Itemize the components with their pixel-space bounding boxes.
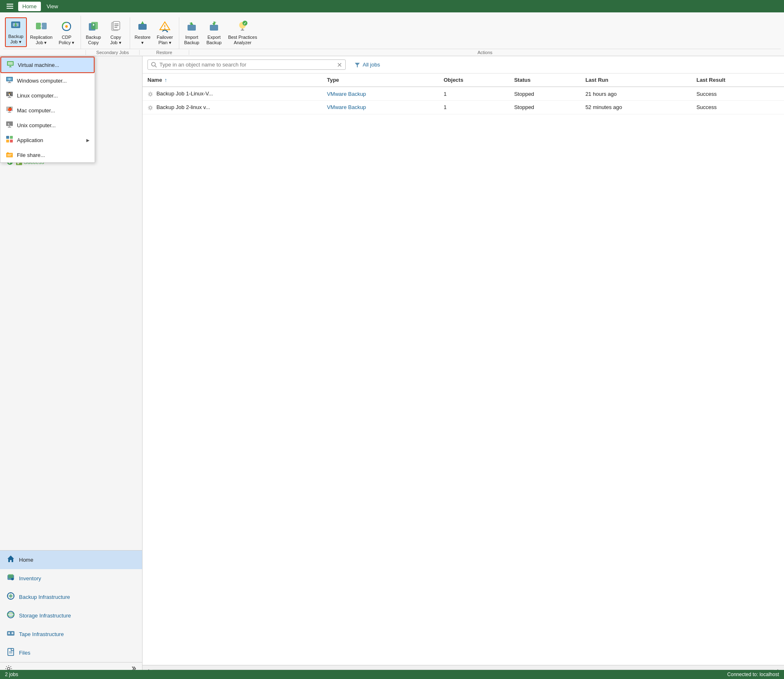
cell-status-1: Stopped <box>509 100 580 114</box>
cell-name-0: Backup Job 1-Linux-V... <box>143 87 322 100</box>
best-practices-label: Best PracticesAnalyzer <box>228 35 257 45</box>
cell-objects-1: 1 <box>439 100 509 114</box>
content-area: All jobs Name ↑ Type Objects Status Last… <box>143 56 784 677</box>
svg-rect-9 <box>91 22 98 29</box>
hamburger-menu[interactable] <box>3 1 17 11</box>
cell-status-0: Stopped <box>509 87 580 100</box>
sidebar: Virtual machine... ⊞ Windows computer... <box>0 56 143 677</box>
svg-text:⊞: ⊞ <box>8 78 11 81</box>
table-row[interactable]: Backup Job 1-Linux-V... VMware Backup 1 … <box>143 87 784 100</box>
nav-home-label: Home <box>19 557 33 563</box>
nav-inventory[interactable]: Inventory <box>0 569 142 588</box>
unix-computer-label: Unix computer... <box>17 122 56 128</box>
replication-job-button[interactable]: ↔ ReplicationJob ▾ <box>28 19 55 47</box>
mac-computer-icon: 🍎 <box>5 106 14 115</box>
file-share-icon <box>5 150 14 159</box>
replication-job-label: ReplicationJob ▾ <box>30 35 52 45</box>
svg-marker-65 <box>7 556 14 562</box>
dropdown-item-virtual-machine[interactable]: Virtual machine... <box>0 57 95 73</box>
dropdown-item-file-share[interactable]: File share... <box>0 147 95 162</box>
dropdown-item-unix-computer[interactable]: $_ Unix computer... <box>0 118 95 133</box>
nav-section: Home Inventory <box>0 550 142 677</box>
svg-point-78 <box>12 632 14 634</box>
cdp-policy-button[interactable]: CDPPolicy ▾ <box>56 19 77 47</box>
nav-files[interactable]: Files <box>0 643 142 662</box>
svg-rect-58 <box>10 136 13 139</box>
export-backup-button[interactable]: ExportBackup <box>203 19 225 47</box>
cell-objects-0: 1 <box>439 87 509 100</box>
col-last-result[interactable]: Last Result <box>691 74 784 87</box>
clear-search-icon[interactable] <box>337 62 342 67</box>
sort-icon: ↑ <box>164 77 167 83</box>
svg-rect-59 <box>6 140 9 142</box>
svg-text:🐧: 🐧 <box>7 92 12 97</box>
col-name-label: Name <box>147 77 162 83</box>
search-input[interactable] <box>159 62 335 68</box>
nav-tape-infrastructure[interactable]: Tape Infrastructure <box>0 625 142 643</box>
col-type[interactable]: Type <box>322 74 439 87</box>
nav-storage-infrastructure-label: Storage Infrastructure <box>19 613 71 619</box>
ribbon-section-labels: Secondary Jobs Restore Actions <box>3 49 781 56</box>
svg-marker-26 <box>189 22 192 24</box>
inventory-icon <box>7 573 15 584</box>
filter-button[interactable]: All jobs <box>349 59 385 70</box>
failover-plan-button[interactable]: FailoverPlan ▾ <box>154 19 176 47</box>
ribbon: BackupJob ▾ ↔ ReplicationJob ▾ <box>0 12 784 56</box>
import-backup-icon <box>186 21 197 34</box>
col-objects[interactable]: Objects <box>439 74 509 87</box>
dropdown-item-mac-computer[interactable]: 🍎 Mac computer... <box>0 103 95 118</box>
svg-point-89 <box>149 107 152 109</box>
cdp-policy-icon <box>61 21 72 34</box>
application-icon <box>5 135 14 145</box>
cell-last-result-1: Success <box>691 100 784 114</box>
mac-computer-label: Mac computer... <box>17 107 55 114</box>
backup-copy-label: BackupCopy <box>86 35 101 45</box>
svg-point-77 <box>8 632 10 634</box>
cell-type-1: VMware Backup <box>322 100 439 114</box>
best-practices-button[interactable]: ✓ Best PracticesAnalyzer <box>226 19 259 47</box>
backup-copy-button[interactable]: BackupCopy <box>83 19 104 47</box>
restore-button[interactable]: Restore▾ <box>132 19 153 47</box>
dropdown-item-application[interactable]: Application <box>0 133 95 147</box>
search-box[interactable] <box>147 59 346 70</box>
svg-marker-30 <box>214 21 216 23</box>
ribbon-buttons-row: BackupJob ▾ ↔ ReplicationJob ▾ <box>3 14 781 49</box>
menu-view-tab[interactable]: View <box>43 2 62 11</box>
nav-storage-infrastructure[interactable]: Storage Infrastructure <box>0 606 142 625</box>
status-bar: 2 jobs Connected to: localhost <box>0 670 784 679</box>
table-row[interactable]: Backup Job 2-linux v... VMware Backup 1 … <box>143 100 784 114</box>
nav-backup-infrastructure-label: Backup Infrastructure <box>19 594 70 600</box>
gear-icon <box>147 105 153 111</box>
backup-job-label: BackupJob ▾ <box>8 34 24 45</box>
dropdown-item-windows-computer[interactable]: ⊞ Windows computer... <box>0 73 95 88</box>
application-label: Application <box>17 137 43 143</box>
col-last-run[interactable]: Last Run <box>580 74 691 87</box>
svg-rect-23 <box>188 25 196 31</box>
backup-job-button[interactable]: BackupJob ▾ <box>5 17 27 47</box>
backup-copy-icon <box>88 21 99 34</box>
svg-point-7 <box>65 25 68 28</box>
restore-section-label: Restore <box>140 50 189 55</box>
menu-home-tab[interactable]: Home <box>18 2 41 11</box>
windows-computer-label: Windows computer... <box>17 78 67 84</box>
replication-job-icon: ↔ <box>36 21 47 34</box>
import-backup-button[interactable]: ImportBackup <box>181 19 202 47</box>
file-share-label: File share... <box>17 152 45 158</box>
failover-plan-icon <box>159 21 171 34</box>
cell-last-run-1: 52 minutes ago <box>580 100 691 114</box>
nav-tape-infrastructure-label: Tape Infrastructure <box>19 631 64 637</box>
ribbon-group-backup: BackupJob ▾ ↔ ReplicationJob ▾ <box>3 16 81 49</box>
virtual-machine-label: Virtual machine... <box>18 62 59 68</box>
svg-rect-60 <box>10 140 13 142</box>
secondary-jobs-label: Secondary Jobs <box>86 50 140 55</box>
nav-backup-infrastructure[interactable]: Backup Infrastructure <box>0 588 142 606</box>
col-status[interactable]: Status <box>509 74 580 87</box>
storage-infrastructure-icon <box>7 610 15 621</box>
svg-rect-67 <box>8 574 13 578</box>
cell-last-run-0: 21 hours ago <box>580 87 691 100</box>
col-name[interactable]: Name ↑ <box>143 74 322 87</box>
windows-computer-icon: ⊞ <box>5 76 14 85</box>
copy-job-button[interactable]: CopyJob ▾ <box>105 19 126 47</box>
nav-home[interactable]: Home <box>0 551 142 569</box>
dropdown-item-linux-computer[interactable]: 🐧 Linux computer... <box>0 88 95 103</box>
